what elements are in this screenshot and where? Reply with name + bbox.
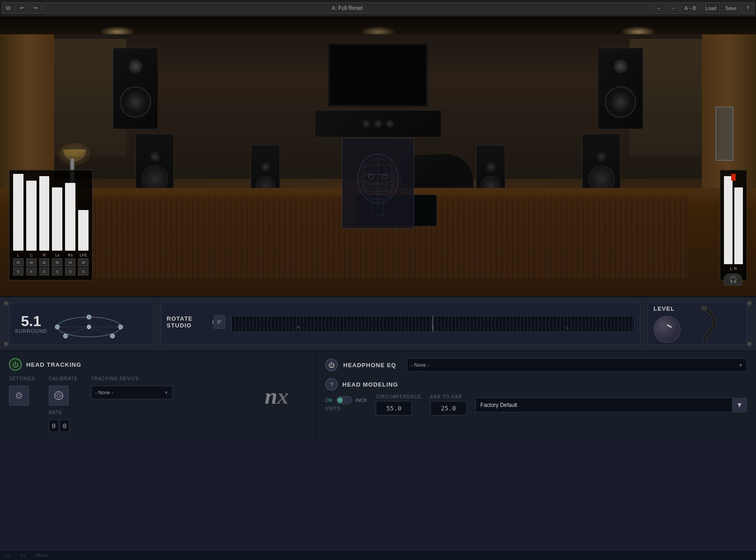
monitor-right — [598, 48, 643, 129]
vu-label-LFE: LFE — [78, 253, 89, 257]
knob-indicator — [667, 324, 672, 328]
tracking-device-dropdown[interactable]: - None - ▼ — [91, 386, 173, 399]
rate-digit-2: 0 — [60, 420, 70, 432]
headphone-vu-icon: 🎧 — [724, 274, 742, 285]
units-label: UNITS — [325, 406, 367, 411]
status-item-1: LVL — [5, 553, 11, 558]
svg-line-24 — [89, 327, 112, 336]
vu-label-Rs: Rs — [65, 253, 75, 257]
mute-R[interactable]: M — [39, 258, 50, 266]
head-tracking-power[interactable]: ⏻ — [9, 358, 22, 371]
help-button[interactable]: ? — [742, 2, 754, 14]
ab-button[interactable]: A→B — [681, 2, 700, 14]
circumference-value[interactable]: 55.0 — [376, 401, 412, 415]
vu-bar-R — [39, 176, 50, 251]
rotate-header: ROTATE STUDIO I 0° — [167, 315, 225, 329]
vu-bar-L — [13, 174, 23, 251]
vu-bar-Rs — [65, 183, 75, 251]
vu-bars-left — [13, 174, 89, 251]
units-row: CM INCH — [325, 396, 367, 404]
svg-point-27 — [57, 394, 61, 397]
vu-label-right-R: R — [734, 266, 737, 271]
headphone-eq-value: - None - — [411, 362, 429, 368]
vu-label-right-L: L — [730, 266, 732, 271]
tv-screen — [328, 43, 428, 107]
solo-C[interactable]: S — [26, 267, 37, 275]
vu-bar-LFE — [78, 210, 89, 251]
redo-button[interactable]: ↪ — [29, 2, 42, 14]
vu-label-C: C — [26, 253, 37, 257]
waves-logo-btn[interactable]: W — [2, 2, 14, 14]
vu-label-L: L — [13, 253, 23, 257]
wall-left — [0, 34, 54, 192]
rate-label: RATE — [49, 410, 78, 415]
surround-panel: 5.1 SURROUND — [9, 303, 154, 345]
studio-area: L C R Ls Rs LFE M M M M M M S S S S S — [0, 16, 756, 296]
ear-to-ear-label: EAR TO EAR — [430, 394, 467, 399]
head-tracking-panel: ⏻ HEAD TRACKING SETTINGS ⚙ CALIBRATE — [0, 351, 316, 441]
settings-column: SETTINGS ⚙ — [9, 376, 35, 406]
rate-digit-1: 0 — [49, 420, 59, 432]
mute-Ls[interactable]: M — [52, 258, 62, 266]
vu-bar-right-R — [734, 187, 743, 264]
headphone-eq-power[interactable]: ⏻ — [325, 359, 338, 371]
solo-R[interactable]: S — [39, 267, 50, 275]
solo-L[interactable]: S — [13, 267, 23, 275]
bottom-area: ⏻ HEAD TRACKING SETTINGS ⚙ CALIBRATE — [0, 350, 756, 441]
svg-line-23 — [65, 327, 89, 336]
factory-default-dropdown: Factory Default ▼ — [476, 398, 747, 412]
circumference-label: CIRCUMFERENCE — [376, 394, 421, 399]
screw-tl — [4, 301, 9, 306]
rotate-slider[interactable]: R C L — [231, 316, 635, 332]
rotate-label-R: R — [297, 325, 300, 330]
solo-Ls[interactable]: S — [52, 267, 62, 275]
status-item-2: ST — [20, 553, 26, 558]
head-modeling-title: HEAD MODELING — [342, 381, 398, 388]
rotate-angle-button[interactable]: 0° — [214, 315, 225, 329]
head-modeling-help[interactable]: ? — [325, 378, 338, 391]
level-knob[interactable] — [653, 316, 681, 343]
svg-point-25 — [701, 306, 707, 311]
load-button[interactable]: Load — [701, 2, 720, 14]
save-button[interactable]: Save — [721, 2, 741, 14]
rotate-studio-panel: ROTATE STUDIO I 0° R C L — [161, 303, 640, 345]
factory-default-value: Factory Default — [476, 398, 733, 412]
tracking-grid: SETTINGS ⚙ CALIBRATE RATE — [9, 376, 307, 432]
units-toggle[interactable] — [336, 396, 352, 404]
head-overlay — [342, 138, 414, 229]
nx-logo: nx — [265, 383, 289, 409]
headphone-eq-dropdown[interactable]: - None - ▼ — [407, 358, 747, 372]
vu-bar-right-L — [724, 176, 733, 264]
solo-Rs[interactable]: S — [65, 267, 75, 275]
rotate-title: ROTATE STUDIO — [167, 315, 212, 329]
vu-label-Ls: Ls — [52, 253, 62, 257]
vu-labels-right: L R — [724, 266, 743, 271]
mute-L[interactable]: M — [13, 258, 23, 266]
surround-visualization — [53, 308, 125, 340]
mute-C[interactable]: M — [26, 258, 37, 266]
unit-inch-label: INCH — [356, 398, 367, 403]
settings-gear-button[interactable]: ⚙ — [9, 386, 29, 406]
unit-cm-label: CM — [325, 398, 332, 403]
head-tracking-title: HEAD TRACKING — [26, 361, 81, 368]
back-button[interactable]: ← — [653, 2, 666, 14]
factory-dropdown-arrow[interactable]: ▼ — [733, 398, 747, 412]
svg-point-11 — [369, 175, 374, 178]
mute-Rs[interactable]: M — [65, 258, 75, 266]
undo-button[interactable]: ↩ — [15, 2, 28, 14]
ear-to-ear-value[interactable]: 25.0 — [430, 401, 467, 415]
surround-svg — [53, 308, 125, 340]
vu-bar-C — [26, 181, 37, 251]
solo-LFE[interactable]: S — [78, 267, 89, 275]
calibrate-button[interactable] — [49, 386, 69, 406]
top-toolbar: W ↩ ↪ A: Full Reset ← → A→B Load Save ? — [0, 0, 756, 16]
preset-name[interactable]: A: Full Reset — [42, 2, 651, 14]
tracking-device-label: TRACKING DEVICE — [91, 376, 307, 381]
ear-to-ear-col: EAR TO EAR 25.0 — [430, 394, 467, 415]
forward-button[interactable]: → — [667, 2, 680, 14]
vu-bars-right — [724, 174, 743, 264]
vu-label-R: R — [39, 253, 50, 257]
monitor-left — [113, 48, 158, 129]
mute-LFE[interactable]: M — [78, 258, 89, 266]
head-modeling-content: CM INCH UNITS CIRCUMFERENCE 55.0 EAR TO … — [325, 394, 747, 415]
